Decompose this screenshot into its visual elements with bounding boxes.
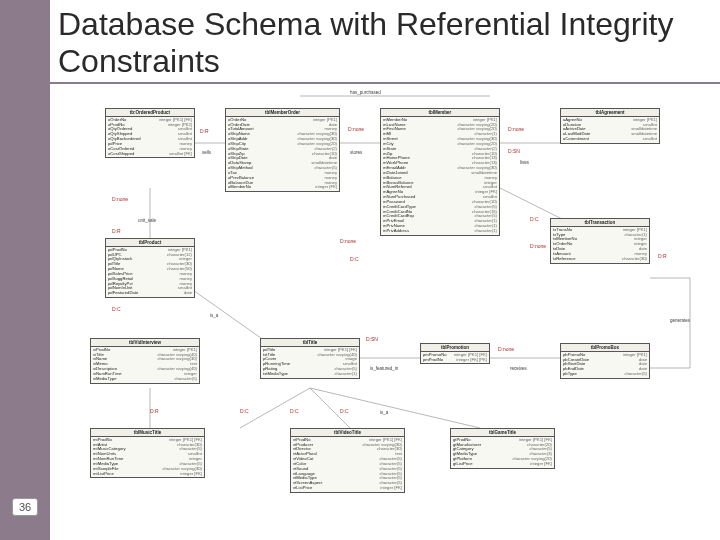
rel-receives: receives (510, 366, 527, 371)
rel-has-purchased: has_purchased (350, 90, 381, 95)
attr-row: viMediaTypecharacter(5) (93, 377, 197, 382)
entity-video-title: tblVideoTitle vtProdNointeger [PK1] [FK]… (290, 428, 405, 493)
attr-row: gtListPriceinteger [FK] (453, 462, 552, 467)
attr-row: pmProdNointeger [FK] [PK] (423, 358, 487, 363)
entity-promotion: tblPromotion pmPromoNointeger [PK1] [FK]… (420, 343, 490, 365)
entity-header: tblAgreement (561, 109, 659, 117)
entity-music-title: tblMusicTitle mtProdNointeger [PK1] [FK]… (90, 428, 205, 479)
entity-header: tblVidInterview (91, 339, 199, 347)
constraint-dnone-6: D:none (498, 346, 514, 352)
entity-member: tblMember mMemberNointeger [PK1]mLastNam… (380, 108, 500, 236)
constraint-dc-4: D:C (240, 408, 249, 414)
constraint-dsn-1: D:SN (508, 148, 520, 154)
constraint-dr-4: D:R (150, 408, 159, 414)
constraint-dc-1: D:C (350, 256, 359, 262)
attr-row: vtListPriceinteger [FK] (293, 486, 402, 491)
entity-header: tblTitle (261, 339, 359, 347)
constraint-dsn-2: D:SN (366, 336, 378, 342)
entity-title: tblTitle pdTitleinteger [PK1] [FK]txtTit… (260, 338, 360, 379)
entity-header: tblTransaction (551, 219, 649, 227)
constraint-dnone-3: D:none (112, 196, 128, 202)
entity-header: tblProduct (106, 239, 194, 247)
rel-unit-sale: unit_sale (138, 218, 156, 223)
entity-ordered-product: tb:OrderedProduct oOrderNointeger [PK1] … (105, 108, 195, 159)
rel-generates: generates (670, 318, 690, 323)
attr-row: mtListPriceinteger [FK] (93, 472, 202, 477)
constraint-dr-3: D:R (658, 253, 667, 259)
constraint-dc-2: D:C (530, 216, 539, 222)
svg-line-12 (310, 388, 480, 428)
er-diagram: has_purchased tb:OrderedProduct oOrderNo… (50, 88, 720, 536)
entity-header: tblGameTitle (451, 429, 554, 437)
slide-sidebar: 36 (0, 0, 50, 540)
entity-game-title: tblGameTitle gtProdNointeger [PK1] [FK]g… (450, 428, 555, 469)
constraint-dc-5: D:C (290, 408, 299, 414)
constraint-dnone-2: D:none (508, 126, 524, 132)
rel-lives: lives (520, 160, 529, 165)
attr-row: oCostShippedsmallint [FK] (108, 152, 192, 157)
entity-promo-box: tblPromoBox pbPromoNointeger [PK1]pbCrea… (560, 343, 650, 379)
entity-agreement: tblAgreement aAgreeNointeger [PK1]aDurat… (560, 108, 660, 144)
constraint-dc-6: D:C (340, 408, 349, 414)
entity-vid-interview: tblVidInterview viProdNointeger [PK1]viT… (90, 338, 200, 384)
constraint-dnone-4: D:none (340, 238, 356, 244)
entity-member-order: tblMemberOrder oOrderNointeger [PK1]oOrd… (225, 108, 340, 193)
attr-row: oMemberNointeger [FK] (228, 185, 337, 190)
slide-content: Database Schema with Referential Integri… (50, 0, 720, 540)
constraint-dc-3: D:C (112, 306, 121, 312)
attr-row: txReferencecharacter(30) (553, 257, 647, 262)
constraint-dr-1: D:R (200, 128, 209, 134)
attr-row: aCommitmentsmallint (563, 137, 657, 142)
entity-header: tblVideoTitle (291, 429, 404, 437)
entity-product: tblProduct pdProdNointeger [PK1]pdUPCcha… (105, 238, 195, 298)
svg-line-10 (240, 388, 310, 428)
rel-is-featured-in: is_featured_in (370, 366, 398, 371)
entity-header: tblMember (381, 109, 499, 117)
entity-header: tblMusicTitle (91, 429, 204, 437)
constraint-dr-2: D:R (112, 228, 121, 234)
entity-transaction: tblTransaction txTransNointeger [PK1]txT… (550, 218, 650, 264)
rel-is-a-2: is_a (380, 410, 388, 415)
page-number: 36 (12, 498, 38, 516)
attr-row: pbTypecharacter(5) (563, 372, 647, 377)
entity-header: tblPromotion (421, 344, 489, 352)
attr-row: txtMediaTypecharacter(1) (263, 372, 357, 377)
constraint-dnone-5: D:none (530, 243, 546, 249)
entity-header: tb:OrderedProduct (106, 109, 194, 117)
slide-title: Database Schema with Referential Integri… (50, 0, 720, 84)
entity-header: tblPromoBox (561, 344, 649, 352)
rel-sells: sells (202, 150, 211, 155)
constraint-dnone-1: D:none (348, 126, 364, 132)
rel-stores: stores (350, 150, 362, 155)
attr-row: mPrivAddresscharacter(1) (383, 229, 497, 234)
attr-row: pdFeaturedDatedate (108, 291, 192, 296)
entity-header: tblMemberOrder (226, 109, 339, 117)
rel-is-a-1: is_a (210, 313, 218, 318)
